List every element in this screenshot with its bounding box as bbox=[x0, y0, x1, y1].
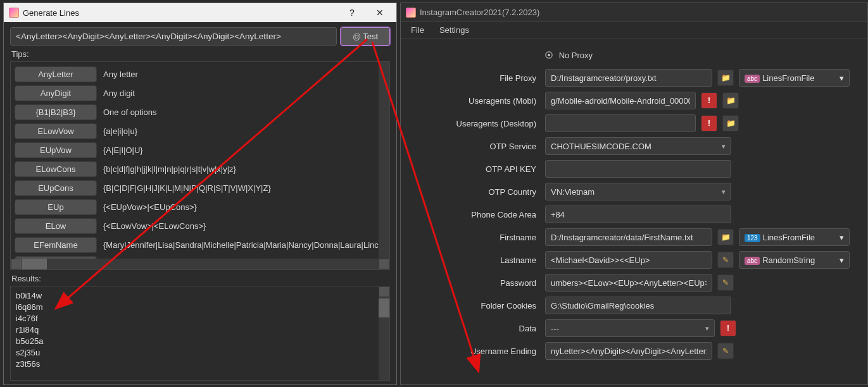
mode-lastname[interactable]: abcRandomString ▾ bbox=[739, 251, 850, 269]
tip-button-elowvow[interactable]: ELowVow bbox=[15, 123, 97, 139]
tip-button-eupvow[interactable]: EUpVow bbox=[15, 142, 97, 158]
tip-row: AnyDigitAny digit bbox=[12, 83, 388, 102]
tip-desc: {B|C|D|F|G|H|J|K|L|M|N|P|Q|R|S|T|V|W|X|Y… bbox=[103, 183, 271, 193]
test-button[interactable]: @ Test bbox=[341, 27, 390, 46]
results-label: Results: bbox=[11, 274, 389, 283]
tips-label: Tips: bbox=[11, 49, 389, 59]
tip-desc: {A|E|I|O|U} bbox=[103, 145, 143, 155]
results-panel: b0i14wl6q86mi4c76fr1i84qb5o25as2j35uz3t5… bbox=[10, 286, 390, 381]
results-list[interactable]: b0i14wl6q86mi4c76fr1i84qb5o25as2j35uz3t5… bbox=[11, 286, 389, 374]
label-data: Data bbox=[407, 324, 540, 333]
tip-row: ELowVow{a|e|i|o|u} bbox=[12, 121, 388, 140]
at-icon: @ bbox=[353, 32, 361, 41]
edit-username-ending[interactable]: ✎ bbox=[717, 343, 734, 359]
label-password: Password bbox=[407, 278, 540, 288]
tip-button-elowcons[interactable]: ELowCons bbox=[15, 161, 97, 177]
result-line[interactable]: s2j35u bbox=[16, 347, 384, 359]
tip-row: EUp{<EUpVow>|<EUpCons>} bbox=[12, 197, 388, 216]
browse-file-proxy[interactable]: 📁 bbox=[717, 70, 734, 86]
scroll-left-button[interactable] bbox=[11, 259, 22, 269]
tip-desc: {b|c|d|f|g|h|j|k|l|m|n|p|q|r|s|t|v|w|x|y… bbox=[103, 164, 236, 174]
tip-row: {B1|B2|B3}One of options bbox=[12, 102, 388, 121]
chevron-down-icon: ▾ bbox=[840, 233, 844, 242]
close-button[interactable]: ✕ bbox=[366, 4, 394, 22]
label-username-ending: Username Ending bbox=[407, 347, 540, 356]
tip-button-b1b2b3[interactable]: {B1|B2|B3} bbox=[15, 104, 97, 120]
expression-input[interactable] bbox=[10, 27, 337, 46]
label-otp-country: OTP Country bbox=[407, 187, 540, 197]
dialog-title: Generate Lines bbox=[23, 8, 338, 18]
edit-lastname[interactable]: ✎ bbox=[717, 252, 734, 268]
browse-ua-desktop[interactable]: 📁 bbox=[722, 115, 739, 132]
tips-panel: AnyLetterAny letterAnyDigitAny digit{B1|… bbox=[10, 61, 390, 270]
tip-desc: Any letter bbox=[103, 70, 138, 79]
input-ua-desktop[interactable] bbox=[545, 114, 696, 132]
label-firstname: Firstname bbox=[407, 233, 540, 242]
label-ua-mobi: Useragents (Mobi) bbox=[407, 96, 540, 106]
result-line[interactable]: l6q86m bbox=[16, 302, 384, 313]
menu-file[interactable]: File bbox=[405, 23, 431, 37]
chevron-down-icon: ▾ bbox=[703, 324, 709, 333]
dropdown-otp-country[interactable]: VN:Vietnam▾ bbox=[545, 183, 731, 200]
generate-lines-dialog: Generate Lines ? ✕ @ Test Tips: AnyLette… bbox=[3, 3, 397, 385]
main-title: InstagramCreator2021(7.2.2023) bbox=[420, 8, 539, 17]
tip-desc: Any digit bbox=[103, 89, 135, 98]
input-folder-cookies[interactable] bbox=[545, 297, 731, 314]
label-file-proxy: File Proxy bbox=[407, 73, 540, 83]
tip-button-efemname[interactable]: EFemName bbox=[15, 237, 97, 253]
tip-button-anyletter[interactable]: AnyLetter bbox=[15, 66, 97, 82]
dropdown-otp-service[interactable]: CHOTHUESIMCODE.COM▾ bbox=[545, 137, 731, 155]
label-lastname: Lastname bbox=[407, 255, 540, 265]
tip-desc: {<EUpVow>|<EUpCons>} bbox=[103, 202, 197, 212]
result-line[interactable]: i4c76f bbox=[16, 313, 384, 324]
result-line[interactable]: r1i84q bbox=[16, 324, 384, 336]
mode-file-proxy[interactable]: abcLinesFromFile ▾ bbox=[739, 69, 850, 87]
tip-button-anydigit[interactable]: AnyDigit bbox=[15, 85, 97, 101]
settings-form: No Proxy File Proxy 📁 abcLinesFromFile ▾… bbox=[401, 39, 867, 367]
tips-vertical-scrollbar[interactable] bbox=[379, 62, 389, 259]
label-ua-desktop: Useragents (Desktop) bbox=[407, 119, 540, 128]
radio-icon bbox=[545, 51, 553, 59]
input-username-ending[interactable] bbox=[545, 342, 712, 360]
input-file-proxy[interactable] bbox=[545, 69, 712, 87]
tip-row: AnyLetterAny letter bbox=[12, 64, 388, 83]
result-line[interactable]: b5o25a bbox=[16, 336, 384, 347]
result-line[interactable]: b0i14w bbox=[16, 290, 384, 302]
input-password[interactable] bbox=[545, 274, 712, 292]
label-otp-apikey: OTP API KEY bbox=[407, 164, 540, 174]
chevron-down-icon: ▾ bbox=[840, 255, 844, 265]
tips-horizontal-scrollbar[interactable] bbox=[11, 259, 389, 269]
no-proxy-radio[interactable]: No Proxy bbox=[545, 51, 593, 60]
tip-button-elow[interactable]: ELow bbox=[15, 218, 97, 234]
warn-ua-desktop[interactable]: ! bbox=[701, 115, 717, 132]
mode-firstname[interactable]: 123LinesFromFile ▾ bbox=[739, 228, 850, 246]
dropdown-data[interactable]: ---▾ bbox=[545, 319, 715, 337]
input-firstname[interactable] bbox=[545, 228, 712, 246]
warn-ua-mobi[interactable]: ! bbox=[701, 92, 717, 109]
browse-ua-mobi[interactable]: 📁 bbox=[722, 92, 739, 109]
tip-row: ELowCons{b|c|d|f|g|h|j|k|l|m|n|p|q|r|s|t… bbox=[12, 159, 388, 178]
label-folder-cookies: Folder Cookies bbox=[407, 301, 540, 310]
results-vertical-scrollbar[interactable] bbox=[379, 286, 389, 380]
input-otp-apikey[interactable] bbox=[545, 160, 731, 178]
main-window: InstagramCreator2021(7.2.2023) File Sett… bbox=[400, 3, 868, 385]
tip-button-eup[interactable]: EUp bbox=[15, 199, 97, 215]
input-lastname[interactable] bbox=[545, 251, 712, 269]
input-phone-area[interactable] bbox=[545, 206, 731, 223]
tip-button-eupcons[interactable]: EUpCons bbox=[15, 180, 97, 196]
scroll-right-button[interactable] bbox=[379, 259, 389, 269]
browse-firstname[interactable]: 📁 bbox=[717, 229, 734, 245]
help-button[interactable]: ? bbox=[338, 4, 366, 22]
main-titlebar: InstagramCreator2021(7.2.2023) bbox=[401, 3, 867, 22]
input-ua-mobi[interactable] bbox=[545, 92, 696, 109]
tip-row: EFemName{Mary|Jennifer|Lisa|Sandra|Miche… bbox=[12, 235, 388, 254]
chevron-down-icon: ▾ bbox=[719, 142, 726, 150]
scroll-thumb[interactable] bbox=[22, 259, 47, 269]
edit-password[interactable]: ✎ bbox=[717, 274, 734, 291]
warn-data[interactable]: ! bbox=[720, 320, 736, 336]
tip-desc: One of options bbox=[103, 108, 157, 117]
tip-desc: {<ELowVow>|<ELowCons>} bbox=[103, 221, 206, 231]
menu-settings[interactable]: Settings bbox=[433, 23, 475, 37]
label-otp-service: OTP Service bbox=[407, 142, 540, 151]
result-line[interactable]: z3t56s bbox=[16, 359, 384, 370]
